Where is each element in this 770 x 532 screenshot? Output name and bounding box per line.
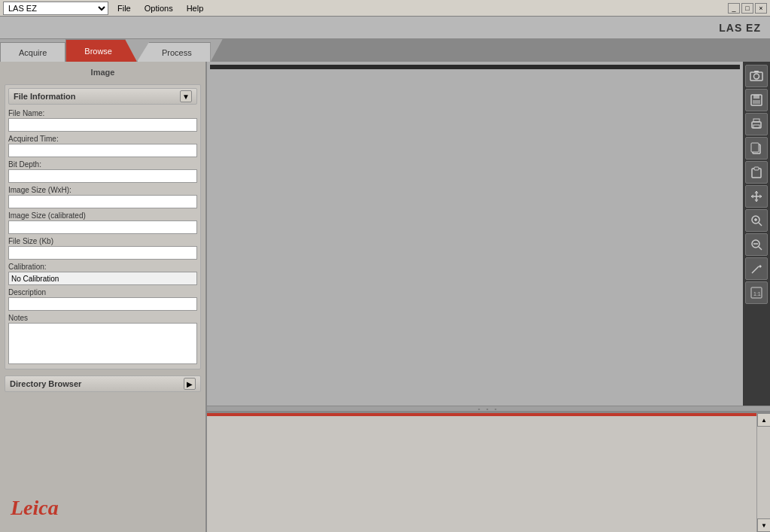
label-notes: Notes [8,314,197,322]
close-button[interactable]: × [755,3,767,14]
field-image-size-wxh: Image Size (WxH): [8,186,197,208]
print-button[interactable] [745,113,768,135]
tab-acquire-label: Acquire [19,48,47,57]
label-file-name: File Name: [8,109,197,117]
input-acquired-time[interactable] [8,144,197,157]
svg-point-1 [754,74,759,79]
main-content: Image File Information ▼ File Name: Acqu… [0,62,770,532]
image-viewport[interactable] [210,65,740,69]
title-bar: LAS EZ File Options Help _ □ × [0,0,770,17]
title-bar-left: LAS EZ File Options Help [3,2,209,15]
viewport-area: 1:1 [207,62,770,406]
field-calibration: Calibration: [8,263,197,285]
svg-rect-5 [753,100,760,104]
dir-browser-expand-btn[interactable]: ▶ [184,378,196,390]
svg-line-14 [759,223,762,226]
app-selector[interactable]: LAS EZ [3,2,108,15]
svg-rect-12 [754,167,759,170]
bottom-scrollbar: ▲ ▼ [756,413,770,532]
field-description: Description [8,288,197,311]
actual-size-button[interactable]: 1:1 [745,281,768,304]
tab-browse-label: Browse [84,47,112,56]
tab-bar: Acquire Browse Process [0,39,770,62]
directory-browser-title: Directory Browser [10,379,81,388]
label-calibration: Calibration: [8,263,197,271]
menu-help[interactable]: Help [181,2,210,14]
svg-line-21 [752,272,753,273]
tab-right-filler [211,39,770,62]
menu-file[interactable]: File [111,2,137,14]
menu-options[interactable]: Options [138,2,179,14]
save-button[interactable] [745,89,768,111]
pan-button[interactable] [745,185,768,208]
leica-text: Leica [11,496,59,520]
svg-rect-2 [754,71,759,72]
field-notes: Notes [8,314,197,366]
bottom-panel-accent [207,413,770,416]
capture-button[interactable] [745,65,768,87]
input-file-size[interactable] [8,246,197,260]
field-file-size: File Size (Kb) [8,237,197,260]
tab-browse[interactable]: Browse [65,39,137,62]
menu-bar: File Options Help [111,2,209,14]
splitter[interactable]: • • • [207,406,770,412]
label-description: Description [8,288,197,296]
bottom-panel: ▲ ▼ [207,412,770,532]
input-image-size-wxh[interactable] [8,195,197,208]
scroll-track [757,427,770,518]
input-file-name[interactable] [8,118,197,132]
scroll-down-button[interactable]: ▼ [757,518,770,532]
tab-process[interactable]: Process [137,42,211,62]
field-acquired-time: Acquired Time: [8,135,197,157]
center-right-area: 1:1 • • • ▲ ▼ [207,62,770,532]
leica-logo: Leica [5,490,201,526]
field-file-name: File Name: [8,109,197,132]
app-title: LAS EZ [719,22,761,34]
label-bit-depth: Bit Depth: [8,160,197,169]
label-image-size-cal: Image Size (calibrated) [8,211,197,220]
image-viewport-container [207,62,743,406]
input-image-size-cal[interactable] [8,220,197,234]
input-notes[interactable] [8,323,197,364]
input-calibration[interactable] [8,272,197,285]
maximize-button[interactable]: □ [741,3,753,14]
directory-browser-header: Directory Browser ▶ [5,375,201,392]
input-description[interactable] [8,297,197,311]
svg-rect-4 [753,95,759,99]
minimize-button[interactable]: _ [728,3,740,14]
svg-text:1:1: 1:1 [753,291,761,296]
file-information-title: File Information [14,92,76,101]
svg-line-18 [759,247,762,250]
svg-rect-10 [751,143,759,152]
app-title-bar: LAS EZ [0,17,770,39]
tab-acquire[interactable]: Acquire [0,42,65,62]
file-information-header: File Information ▼ [8,88,197,105]
paste-button[interactable] [745,161,768,184]
scroll-up-button[interactable]: ▲ [757,413,770,427]
window-controls: _ □ × [728,3,767,14]
file-info-collapse-btn[interactable]: ▼ [180,90,192,102]
input-bit-depth[interactable] [8,169,197,183]
field-image-size-cal: Image Size (calibrated) [8,211,197,234]
label-acquired-time: Acquired Time: [8,135,197,143]
label-file-size: File Size (Kb) [8,237,197,245]
field-bit-depth: Bit Depth: [8,160,197,183]
annotate-button[interactable] [745,257,768,280]
tab-process-label: Process [162,48,192,57]
zoom-out-button[interactable] [745,233,768,256]
image-section-title: Image [5,68,201,77]
label-image-size-wxh: Image Size (WxH): [8,186,197,194]
left-panel: Image File Information ▼ File Name: Acqu… [0,62,207,532]
right-toolbar: 1:1 [743,62,770,406]
copy-button[interactable] [745,137,768,160]
zoom-in-button[interactable] [745,209,768,232]
